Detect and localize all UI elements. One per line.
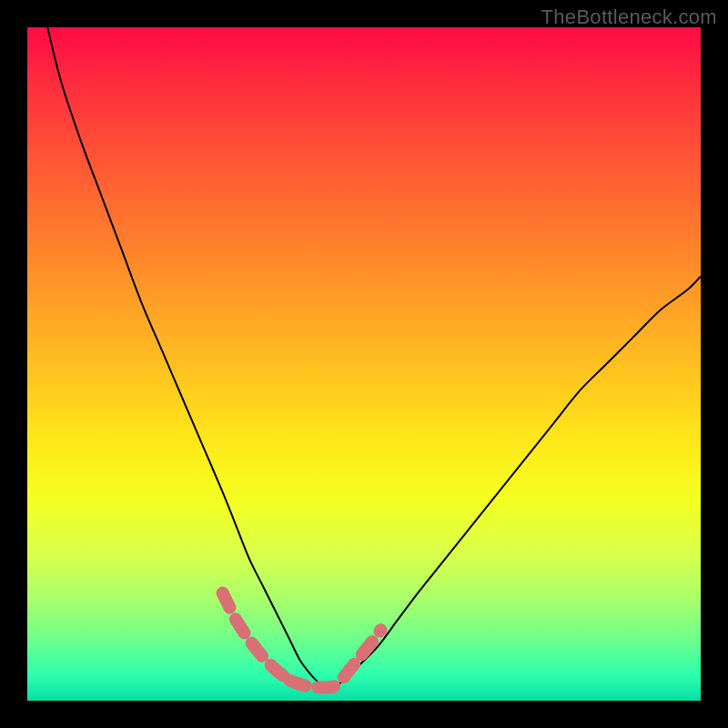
plot-area <box>27 27 701 701</box>
highlight-bottom-highlight <box>290 681 344 688</box>
chart-svg <box>27 27 701 701</box>
highlight-left-highlight <box>223 593 290 681</box>
bottleneck-curve-path <box>47 27 701 687</box>
highlight-right-highlight <box>344 630 381 677</box>
highlight-group <box>223 593 381 688</box>
chart-frame: TheBottleneck.com <box>0 0 728 728</box>
watermark-text: TheBottleneck.com <box>541 5 717 29</box>
